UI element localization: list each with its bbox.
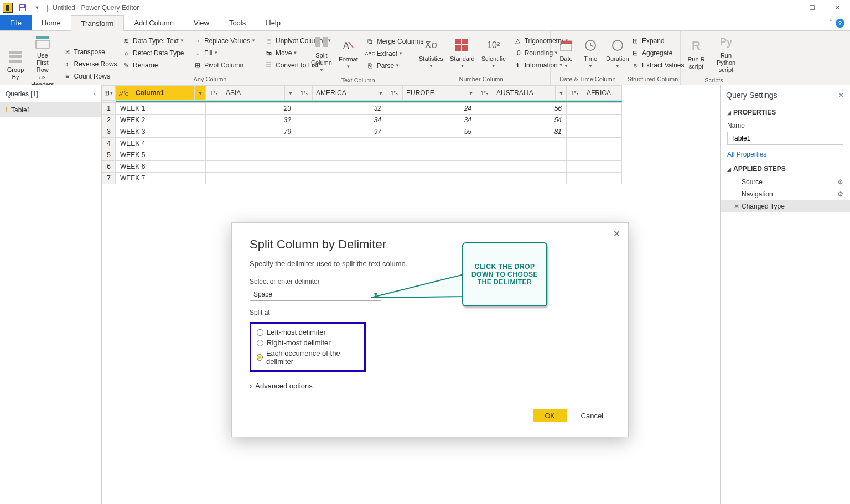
radio-each-occurrence[interactable]: Each occurrence of the delimiter: [257, 348, 359, 367]
column-header[interactable]: AFRICA: [583, 89, 621, 97]
type-badge-number[interactable]: 1²₃: [386, 86, 403, 100]
cell[interactable]: [567, 115, 622, 126]
filter-icon[interactable]: ▾: [284, 86, 296, 100]
close-window-button[interactable]: ✕: [825, 0, 850, 15]
cell[interactable]: [206, 161, 296, 173]
gear-icon[interactable]: ⚙: [837, 190, 843, 198]
table-row[interactable]: 1WEEK 123322456: [102, 103, 622, 115]
radio-left-most[interactable]: Left-most delimiter: [257, 327, 359, 337]
tab-view[interactable]: View: [184, 15, 219, 30]
cell[interactable]: 24: [386, 103, 476, 115]
type-badge-number[interactable]: 1²₃: [476, 86, 493, 100]
query-name-input[interactable]: [727, 132, 843, 145]
column-header[interactable]: AUSTRALIA: [493, 89, 555, 97]
table-row[interactable]: 6WEEK 6: [102, 161, 622, 173]
radio-right-most[interactable]: Right-most delimiter: [257, 337, 359, 348]
tab-home[interactable]: Home: [32, 15, 71, 30]
cell[interactable]: 54: [476, 115, 567, 126]
table-row[interactable]: 5WEEK 5: [102, 149, 622, 161]
cell[interactable]: 56: [476, 103, 567, 115]
cell[interactable]: 55: [386, 126, 476, 138]
cell[interactable]: [476, 161, 567, 173]
cell[interactable]: [386, 149, 476, 161]
cell[interactable]: [567, 103, 622, 115]
pivot-column-button[interactable]: ⊞Pivot Column: [191, 60, 258, 71]
extract-values-button[interactable]: ⎋Extract Values: [629, 60, 686, 71]
cell[interactable]: [567, 149, 622, 161]
cell[interactable]: WEEK 4: [116, 138, 206, 149]
column-header[interactable]: EUROPE: [403, 89, 465, 97]
cell[interactable]: 79: [206, 126, 296, 138]
filter-icon[interactable]: ▾: [194, 86, 205, 100]
cell[interactable]: WEEK 6: [116, 161, 206, 173]
table-row[interactable]: 4WEEK 4: [102, 138, 622, 149]
qat-dropdown-icon[interactable]: ▼: [30, 2, 44, 14]
cell[interactable]: 34: [296, 115, 386, 126]
cell[interactable]: [476, 173, 567, 184]
cell[interactable]: [206, 138, 296, 149]
transpose-button[interactable]: ⤭Transpose: [61, 46, 120, 58]
scientific-button[interactable]: 10²Scientific▼: [478, 35, 509, 71]
cell[interactable]: WEEK 5: [116, 149, 206, 161]
run-python-script-button[interactable]: PyRun Python script: [708, 32, 744, 75]
column-header[interactable]: Column1: [132, 89, 194, 97]
time-button[interactable]: Time▼: [578, 35, 603, 71]
cell[interactable]: [567, 126, 622, 138]
date-button[interactable]: Date▼: [554, 35, 578, 71]
ok-button[interactable]: OK: [533, 409, 567, 422]
cell[interactable]: WEEK 3: [116, 126, 206, 138]
cell[interactable]: WEEK 7: [116, 173, 206, 184]
table-row[interactable]: 3WEEK 379975581: [102, 126, 622, 138]
cell[interactable]: 34: [386, 115, 476, 126]
cell[interactable]: 23: [206, 103, 296, 115]
advanced-options-toggle[interactable]: Advanced options: [250, 382, 610, 390]
reverse-rows-button[interactable]: ↕Reverse Rows: [61, 59, 120, 70]
table-row[interactable]: 2WEEK 232343454: [102, 115, 622, 126]
applied-steps-section[interactable]: APPLIED STEPS: [721, 162, 850, 176]
tab-help[interactable]: Help: [256, 15, 291, 30]
step-changed-type[interactable]: ✕Changed Type: [721, 200, 850, 212]
cell[interactable]: 81: [476, 126, 567, 138]
maximize-button[interactable]: ☐: [799, 0, 825, 15]
dialog-close-icon[interactable]: ✕: [613, 228, 620, 239]
cell[interactable]: [476, 149, 567, 161]
cell[interactable]: [567, 138, 622, 149]
tab-tools[interactable]: Tools: [219, 15, 256, 30]
tab-add-column[interactable]: Add Column: [124, 15, 184, 30]
gear-icon[interactable]: ⚙: [837, 178, 843, 186]
type-badge-number[interactable]: 1²₃: [567, 86, 583, 100]
filter-icon[interactable]: ▾: [555, 86, 566, 100]
step-source[interactable]: Source⚙: [721, 176, 850, 188]
cell[interactable]: [567, 173, 622, 184]
cell[interactable]: [567, 161, 622, 173]
collapse-queries-icon[interactable]: ‹: [94, 90, 96, 98]
split-column-button[interactable]: Split Column▼: [308, 32, 335, 75]
help-icon[interactable]: ?: [836, 19, 844, 28]
close-settings-icon[interactable]: ✕: [838, 91, 844, 100]
delimiter-dropdown[interactable]: Space ▾: [250, 288, 381, 301]
tab-file[interactable]: File: [0, 15, 32, 30]
cell[interactable]: 32: [296, 103, 386, 115]
step-navigation[interactable]: Navigation⚙: [721, 188, 850, 200]
cell[interactable]: 32: [206, 115, 296, 126]
type-badge-number[interactable]: 1²₃: [206, 86, 222, 100]
count-rows-button[interactable]: ≡Count Rows: [61, 71, 120, 82]
cell[interactable]: [386, 161, 476, 173]
statistics-button[interactable]: Χ̄σStatistics▼: [416, 35, 447, 71]
save-icon[interactable]: [15, 2, 30, 14]
cell[interactable]: WEEK 2: [116, 115, 206, 126]
all-properties-link[interactable]: All Properties: [721, 147, 773, 162]
standard-button[interactable]: Standard▼: [447, 35, 478, 71]
cell[interactable]: [296, 149, 386, 161]
type-badge-text[interactable]: ABC: [116, 86, 132, 100]
table-icon[interactable]: ⊞▼: [102, 86, 115, 100]
type-badge-number[interactable]: 1²₃: [296, 86, 313, 100]
minimize-button[interactable]: —: [774, 0, 799, 15]
cancel-button[interactable]: Cancel: [574, 409, 610, 422]
expand-button[interactable]: ⊞Expand: [629, 35, 686, 46]
data-grid[interactable]: ⊞▼ ABCColumn1▾ 1²₃ASIA▾ 1²₃AMERICA▾ 1²₃E…: [102, 85, 622, 184]
group-by-button[interactable]: Group By: [3, 46, 28, 82]
detect-data-type-button[interactable]: ⌕Detect Data Type: [120, 48, 186, 59]
query-item-table1[interactable]: ! Table1: [0, 103, 101, 117]
replace-values-button[interactable]: ↔Replace Values ▼: [191, 35, 258, 46]
